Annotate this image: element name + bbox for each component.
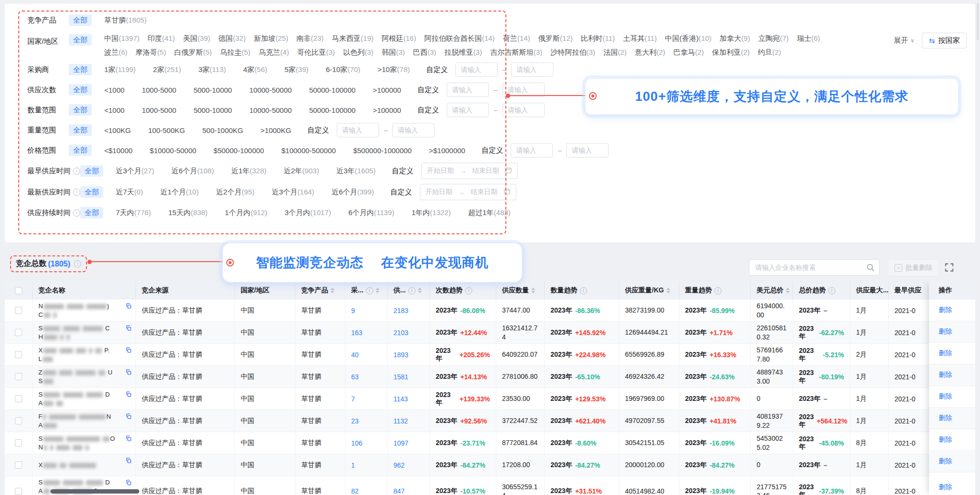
by-country-button[interactable]: ⇆按国家 — [922, 33, 967, 48]
row-checkbox[interactable] — [15, 417, 22, 424]
select-all-checkbox[interactable] — [15, 287, 22, 294]
filter-option[interactable]: 100-500KG — [148, 126, 185, 134]
filter-option[interactable]: 俄罗斯(12) — [539, 34, 573, 43]
filter-all-chip[interactable]: 全部 — [69, 124, 92, 136]
row-checkbox[interactable] — [15, 395, 22, 402]
filter-option[interactable]: 1000-5000 — [142, 86, 176, 94]
copy-icon[interactable] — [125, 479, 132, 488]
horizontal-scrollbar[interactable] — [50, 489, 139, 494]
copy-icon[interactable] — [125, 391, 132, 399]
row-checkbox[interactable] — [15, 439, 22, 447]
filter-all-chip[interactable]: 全部 — [69, 34, 92, 46]
filter-option[interactable]: 近2年(903) — [284, 167, 319, 176]
copy-icon[interactable] — [125, 457, 132, 466]
filter-option[interactable]: >100000 — [373, 86, 401, 94]
filter-option[interactable]: 1个月内(912) — [225, 208, 267, 217]
filter-option[interactable]: 超过1年(483) — [468, 208, 510, 217]
row-checkbox[interactable] — [15, 329, 22, 336]
filter-option[interactable]: 土耳其(11) — [623, 34, 657, 43]
filter-option[interactable]: 10000-50000 — [249, 106, 292, 114]
filter-option[interactable]: <1000 — [104, 106, 124, 114]
filter-all-chip[interactable]: 全部 — [69, 145, 92, 156]
date-range-picker[interactable]: 开始日期→结束日期 — [420, 184, 516, 200]
filter-option[interactable]: 南非(23) — [296, 34, 324, 43]
range-input-min[interactable] — [447, 103, 489, 117]
filter-option[interactable]: 乌克兰(4) — [258, 48, 289, 57]
sort-icon[interactable] — [666, 288, 670, 293]
filter-option[interactable]: <100KG — [104, 126, 131, 134]
filter-option[interactable]: 5000-10000 — [194, 86, 232, 94]
delete-button[interactable]: 删除 — [939, 349, 952, 358]
filter-option[interactable]: 吉尔吉斯斯坦(3) — [490, 48, 542, 57]
sort-icon[interactable] — [786, 288, 790, 293]
filter-option[interactable]: >$1000000 — [429, 146, 466, 155]
custom-option[interactable]: 自定义 — [392, 167, 414, 176]
filter-option[interactable]: >1000KG — [260, 126, 291, 134]
delete-button[interactable]: 删除 — [939, 327, 952, 336]
filter-all-chip[interactable]: 全部 — [69, 104, 92, 116]
custom-option[interactable]: 自定义 — [417, 85, 439, 95]
filter-option[interactable]: 中国(1397) — [104, 34, 139, 43]
delete-button[interactable]: 删除 — [939, 371, 952, 379]
filter-option[interactable]: 近6个月(108) — [172, 167, 214, 176]
vertical-scrollbar[interactable] — [977, 3, 979, 40]
fullscreen-icon[interactable] — [944, 263, 954, 272]
filter-option[interactable]: >10家(78) — [378, 65, 410, 74]
filter-option[interactable]: 德国(32) — [219, 34, 246, 43]
filter-option[interactable]: 6个月内(1139) — [348, 208, 394, 217]
filter-all-chip[interactable]: 全部 — [80, 165, 103, 177]
filter-option[interactable]: 瑞士(6) — [797, 34, 820, 43]
row-checkbox[interactable] — [15, 461, 22, 469]
filter-option[interactable]: 500-1000KG — [202, 126, 243, 134]
sort-icon[interactable] — [376, 288, 380, 293]
range-input-min[interactable] — [511, 143, 553, 157]
filter-option[interactable]: 巴拿马(2) — [674, 48, 704, 57]
filter-option[interactable]: 6-10家(70) — [326, 65, 360, 74]
filter-option[interactable]: 加拿大(9) — [720, 34, 750, 43]
search-input[interactable] — [749, 259, 880, 276]
filter-option[interactable]: 1000-5000 — [142, 106, 176, 114]
row-checkbox[interactable] — [15, 307, 22, 314]
range-input-max[interactable] — [511, 62, 553, 77]
filter-option[interactable]: 荷兰(14) — [503, 34, 530, 43]
filter-all-chip[interactable]: 全部 — [80, 207, 103, 218]
filter-option[interactable]: 比利时(11) — [581, 34, 615, 43]
sort-icon[interactable] — [418, 288, 422, 293]
delete-button[interactable]: 删除 — [939, 435, 952, 444]
filter-all-chip[interactable]: 全部 — [69, 14, 92, 26]
filter-option[interactable]: 阿根廷(16) — [381, 34, 416, 43]
filter-option[interactable]: 沙特阿拉伯(3) — [551, 48, 595, 57]
search-icon[interactable] — [866, 263, 875, 272]
filter-option[interactable]: 2家(251) — [153, 65, 181, 74]
range-input-max[interactable] — [502, 103, 545, 117]
filter-option[interactable]: 新加坡(25) — [254, 34, 288, 43]
row-checkbox[interactable] — [15, 373, 22, 380]
filter-option[interactable]: 拉脱维亚(3) — [444, 48, 482, 57]
filter-option[interactable]: $50000-100000 — [214, 146, 264, 155]
filter-option[interactable]: 近2个月(95) — [216, 188, 255, 197]
filter-option[interactable]: 以色列(3) — [343, 48, 373, 57]
filter-option[interactable]: 50000-100000 — [309, 86, 355, 94]
filter-option[interactable]: 摩洛哥(5) — [135, 48, 166, 57]
sort-icon[interactable] — [331, 288, 334, 293]
filter-option[interactable]: 巴西(3) — [413, 48, 436, 57]
filter-option[interactable]: <$10000 — [104, 146, 133, 155]
filter-all-chip[interactable]: 全部 — [69, 84, 92, 96]
range-input-min[interactable] — [455, 62, 498, 77]
filter-option[interactable]: 5000-10000 — [194, 106, 232, 114]
filter-option[interactable]: 近6个月(399) — [331, 188, 374, 197]
filter-option[interactable]: 美国(39) — [183, 34, 210, 43]
filter-option[interactable]: 阿拉伯联合酋长国(14) — [424, 34, 495, 43]
filter-option[interactable]: 波兰(6) — [104, 48, 127, 57]
filter-option[interactable]: 近3个月(164) — [272, 188, 314, 197]
filter-option[interactable]: 1家(1199) — [104, 65, 136, 74]
filter-option[interactable]: >100000 — [373, 106, 401, 114]
filter-option[interactable]: 近1年(328) — [231, 167, 266, 176]
filter-option[interactable]: 3个月内(1017) — [284, 208, 331, 217]
custom-option[interactable]: 自定义 — [417, 106, 439, 115]
filter-option[interactable]: 哥伦比亚(3) — [297, 48, 335, 57]
filter-option[interactable]: 白俄罗斯(5) — [174, 48, 212, 57]
filter-option[interactable]: 近1个月(10) — [160, 188, 199, 197]
filter-option[interactable]: 7天内(776) — [116, 208, 151, 217]
sort-icon[interactable] — [531, 288, 535, 293]
